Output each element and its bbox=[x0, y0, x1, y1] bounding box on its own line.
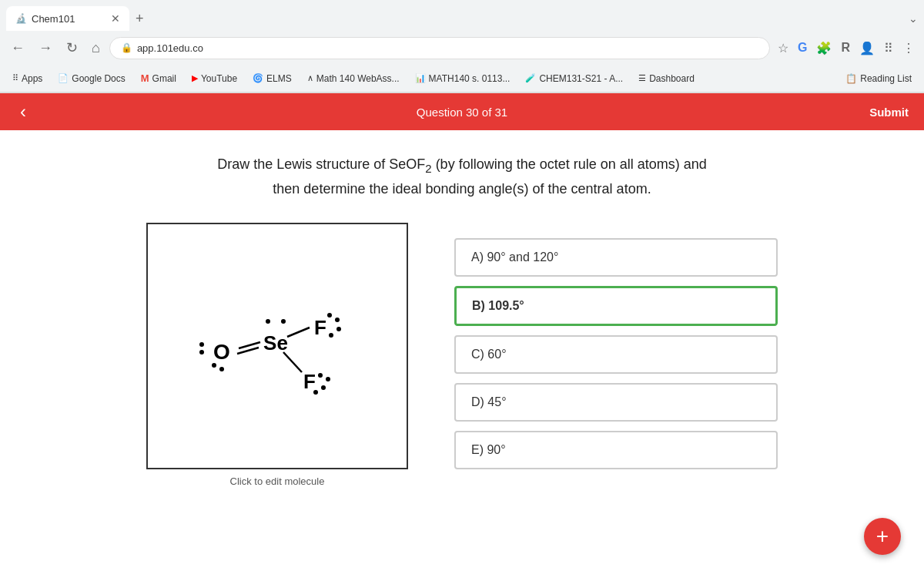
answer-c-label: C) 60° bbox=[471, 348, 507, 361]
svg-point-18 bbox=[313, 390, 318, 395]
math-icon: ∧ bbox=[307, 73, 313, 83]
apps-icon: ⠿ bbox=[12, 73, 18, 83]
svg-point-12 bbox=[327, 313, 332, 318]
bookmark-gmail-label: Gmail bbox=[152, 73, 176, 84]
molecule-caption[interactable]: Click to edit molecule bbox=[230, 476, 325, 487]
nav-bar: ← → ↻ ⌂ 🔒 app.101edu.co ☆ G 🧩 R 👤 ⠿ ⋮ bbox=[0, 31, 924, 65]
bookmarks-bar: ⠿ Apps 📄 Google Docs M Gmail ▶ YouTube 🌀… bbox=[0, 65, 924, 92]
svg-point-6 bbox=[199, 342, 204, 347]
bookmark-google-docs-label: Google Docs bbox=[72, 73, 125, 84]
address-bar[interactable]: 🔒 app.101edu.co bbox=[109, 37, 770, 59]
tab-close-button[interactable]: ✕ bbox=[111, 12, 120, 25]
answer-b-label: B) 109.5° bbox=[472, 299, 524, 312]
answer-d-label: D) 45° bbox=[471, 395, 507, 408]
molecule-svg: Se O F bbox=[169, 238, 385, 454]
minimize-icon: ⌄ bbox=[909, 12, 918, 25]
svg-point-15 bbox=[336, 327, 341, 331]
answer-option-e[interactable]: E) 90° bbox=[454, 431, 778, 469]
gmail-icon: M bbox=[141, 72, 149, 84]
question-subscript: 2 bbox=[425, 162, 431, 175]
svg-line-11 bbox=[287, 328, 310, 337]
svg-point-9 bbox=[219, 367, 224, 371]
svg-point-20 bbox=[318, 373, 323, 378]
extension-icon[interactable]: 🧩 bbox=[813, 38, 835, 59]
question-text-line2: then determine the ideal bonding angle(s… bbox=[273, 181, 651, 197]
svg-point-1 bbox=[266, 319, 270, 324]
back-button[interactable]: ← bbox=[6, 37, 29, 59]
bookmark-apps[interactable]: ⠿ Apps bbox=[6, 70, 49, 87]
back-button[interactable]: ‹ bbox=[12, 98, 34, 126]
molecule-container: Se O F bbox=[146, 223, 408, 487]
fab-button[interactable]: + bbox=[864, 518, 901, 555]
forward-button[interactable]: → bbox=[34, 37, 57, 59]
content-area: Se O F bbox=[31, 223, 893, 487]
svg-point-19 bbox=[321, 385, 326, 390]
youtube-icon: ▶ bbox=[192, 73, 198, 83]
chart-icon: 📊 bbox=[415, 73, 426, 83]
chem-icon: 🧪 bbox=[525, 73, 536, 83]
bookmark-math140s-label: MATH140 s. 0113... bbox=[429, 73, 511, 84]
answer-option-d[interactable]: D) 45° bbox=[454, 383, 778, 422]
answer-option-c[interactable]: C) 60° bbox=[454, 335, 778, 374]
answer-option-a[interactable]: A) 90° and 120° bbox=[454, 238, 778, 277]
bookmark-elms[interactable]: 🌀 ELMS bbox=[246, 70, 298, 87]
nav-icons: ☆ G 🧩 R 👤 ⠿ ⋮ bbox=[775, 38, 918, 59]
r-extension-icon[interactable]: R bbox=[838, 38, 853, 58]
elms-icon: 🌀 bbox=[253, 73, 263, 83]
question-text-after: (by following the octet rule on all atom… bbox=[432, 156, 707, 172]
svg-text:O: O bbox=[213, 341, 230, 365]
main-content: Draw the Lewis structure of SeOF2 (by fo… bbox=[0, 130, 924, 502]
svg-point-2 bbox=[281, 319, 286, 324]
menu-icon[interactable]: ⋮ bbox=[899, 38, 918, 59]
reading-list-button[interactable]: 📋 Reading List bbox=[839, 70, 918, 87]
question-text-before: Draw the Lewis structure of SeOF bbox=[217, 156, 425, 172]
svg-line-17 bbox=[283, 352, 302, 372]
bookmark-youtube[interactable]: ▶ YouTube bbox=[186, 70, 243, 87]
browser-chrome: 🔬 Chem101 ✕ + ⌄ ← → ↻ ⌂ 🔒 app.101edu.co … bbox=[0, 0, 924, 93]
url-text: app.101edu.co bbox=[137, 42, 203, 54]
app-header: ‹ Question 30 of 31 Submit bbox=[0, 93, 924, 130]
answer-a-label: A) 90° and 120° bbox=[471, 250, 558, 264]
svg-text:F: F bbox=[303, 370, 316, 393]
answer-e-label: E) 90° bbox=[471, 443, 506, 456]
bookmark-chem131[interactable]: 🧪 CHEM131-S21 - A... bbox=[519, 70, 629, 87]
bookmark-math140[interactable]: ∧ Math 140 WebAss... bbox=[301, 70, 406, 87]
svg-text:F: F bbox=[314, 316, 326, 339]
google-account-icon[interactable]: G bbox=[795, 38, 810, 58]
home-button[interactable]: ⌂ bbox=[87, 37, 105, 59]
active-tab[interactable]: 🔬 Chem101 ✕ bbox=[6, 6, 129, 31]
question-counter: Question 30 of 31 bbox=[417, 106, 507, 119]
svg-point-14 bbox=[329, 333, 333, 338]
tab-bar: 🔬 Chem101 ✕ + ⌄ bbox=[0, 0, 924, 31]
tab-favicon: 🔬 bbox=[15, 13, 27, 24]
svg-text:Se: Se bbox=[263, 331, 288, 355]
bookmark-apps-label: Apps bbox=[22, 73, 42, 84]
tab-title: Chem101 bbox=[32, 13, 75, 25]
reading-list-label: Reading List bbox=[860, 73, 912, 84]
extensions-icon[interactable]: ⠿ bbox=[881, 38, 896, 59]
profile-icon[interactable]: 👤 bbox=[856, 38, 878, 59]
svg-point-8 bbox=[212, 363, 216, 368]
submit-button[interactable]: Submit bbox=[869, 106, 909, 119]
bookmark-youtube-label: YouTube bbox=[201, 73, 237, 84]
answer-option-b[interactable]: B) 109.5° bbox=[454, 286, 778, 326]
new-tab-button[interactable]: + bbox=[129, 11, 150, 27]
reload-button[interactable]: ↻ bbox=[62, 36, 82, 59]
bookmark-elms-label: ELMS bbox=[266, 73, 292, 84]
lock-icon: 🔒 bbox=[121, 42, 132, 53]
svg-point-13 bbox=[335, 318, 340, 322]
bookmark-google-docs[interactable]: 📄 Google Docs bbox=[52, 70, 131, 87]
molecule-box[interactable]: Se O F bbox=[146, 223, 408, 469]
bookmark-chem131-label: CHEM131-S21 - A... bbox=[539, 73, 623, 84]
reading-list-icon: 📋 bbox=[845, 73, 857, 84]
dashboard-icon: ☰ bbox=[638, 73, 646, 83]
bookmark-dashboard[interactable]: ☰ Dashboard bbox=[632, 70, 701, 87]
star-button[interactable]: ☆ bbox=[775, 38, 792, 59]
svg-point-7 bbox=[199, 350, 204, 355]
bookmark-math140-label: Math 140 WebAss... bbox=[316, 73, 400, 84]
bookmark-dashboard-label: Dashboard bbox=[649, 73, 695, 84]
bookmark-gmail[interactable]: M Gmail bbox=[135, 69, 182, 87]
svg-point-21 bbox=[326, 377, 330, 381]
bookmark-math140s[interactable]: 📊 MATH140 s. 0113... bbox=[409, 70, 517, 87]
question-text: Draw the Lewis structure of SeOF2 (by fo… bbox=[217, 153, 707, 200]
